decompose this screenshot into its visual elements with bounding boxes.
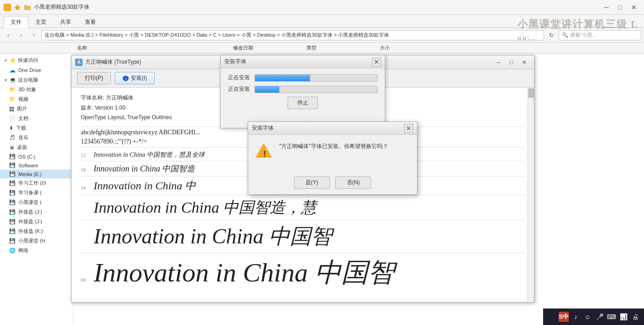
- sidebar-item-xiaohei[interactable]: 💾 小黑课堂 (: [0, 198, 73, 207]
- drive-xhkt-icon: 💾: [9, 238, 16, 244]
- tab-home[interactable]: 主页: [28, 16, 53, 28]
- font-close-button[interactable]: ✕: [518, 57, 530, 67]
- search-box[interactable]: 🔍 搜索"小黑...: [559, 30, 641, 40]
- sidebar-item-ext1[interactable]: 💾 外接盘 (J:): [0, 207, 73, 217]
- progress-bar-1: [255, 74, 378, 82]
- ime-indicator[interactable]: S中: [559, 312, 569, 322]
- install-close-button[interactable]: ✕: [372, 57, 381, 66]
- tab-file[interactable]: 文件: [4, 16, 28, 28]
- progress-bar-2: [255, 86, 378, 93]
- font-name-label: 字体名称:: [81, 94, 104, 101]
- search-placeholder: 搜索"小黑...: [570, 32, 596, 39]
- sidebar-item-desktop[interactable]: 🖥 桌面: [0, 143, 73, 152]
- installing-label2: 正在安装: [228, 85, 250, 93]
- sidebar-item-pictures[interactable]: 🖼 图片: [0, 104, 73, 114]
- this-pc-icon: 💻: [10, 77, 16, 83]
- study-label: 学习工作 (I3: [18, 180, 46, 187]
- sidebar-item-course[interactable]: 💾 学习备课 (: [0, 188, 73, 198]
- no-button[interactable]: 否(N): [335, 176, 372, 189]
- drive-ext2-icon: 💾: [9, 219, 16, 225]
- col-date[interactable]: 修改日期: [229, 44, 303, 51]
- up-button[interactable]: ↑: [28, 30, 39, 41]
- taskbar-emoji-icon[interactable]: ☺: [583, 312, 593, 322]
- folder-pic-icon: 🖼: [9, 106, 14, 112]
- title-bar: 小黑老师精选30款字体 ─ □ ✕: [0, 0, 644, 15]
- quick-access-header[interactable]: ▼ ⭐ 快速访问: [0, 55, 73, 65]
- yes-button[interactable]: 是(Y): [294, 176, 330, 189]
- taskbar-chart-icon[interactable]: 📊: [618, 312, 628, 322]
- extk-label: 外接盘 (K:): [18, 228, 43, 235]
- size-24-label: 24: [81, 185, 94, 190]
- desktop-label: 桌面: [17, 144, 27, 151]
- sidebar-this-pc[interactable]: ▼ 💻 这台电脑: [0, 75, 73, 85]
- sidebar-item-network[interactable]: 🌐 网络: [0, 246, 73, 255]
- tab-view[interactable]: 查看: [78, 16, 103, 28]
- install-body: 正在安装 正在安装 停止: [221, 68, 385, 128]
- sidebar-item-ext2[interactable]: 💾 外接盘 (J:): [0, 217, 73, 226]
- xhkt-label: 小黑课堂 (H: [18, 237, 45, 244]
- col-name[interactable]: 名称: [73, 44, 229, 51]
- sidebar-item-extk[interactable]: 💾 外接盘 (K:): [0, 226, 73, 236]
- maximize-button[interactable]: □: [614, 2, 627, 13]
- tab-share[interactable]: 共享: [53, 16, 78, 28]
- font-app-icon: A: [75, 59, 83, 66]
- col-type[interactable]: 类型: [303, 44, 376, 51]
- size-18-label: 18: [81, 167, 94, 172]
- font-window-title: 方正呐喊体 (TrueType): [85, 58, 141, 66]
- ext2-label: 外接盘 (J:): [18, 218, 42, 225]
- font-maximize-button[interactable]: □: [505, 57, 517, 67]
- install-progress-dialog: 安装字体 ✕ 正在安装 正在安装 停止: [220, 55, 385, 128]
- sidebar-item-onedrive[interactable]: ☁ One Drive: [0, 65, 73, 75]
- shield-icon: ✓: [122, 75, 129, 82]
- ext1-label: 外接盘 (J:): [18, 209, 42, 215]
- taskbar-note-icon[interactable]: ♪: [571, 312, 581, 322]
- replace-message: "方正呐喊体"字体已安装。你希望替换它吗？: [279, 142, 410, 151]
- network-icon: 🌐: [9, 248, 16, 253]
- back-button[interactable]: ‹: [3, 30, 14, 41]
- scrollbar[interactable]: [527, 88, 534, 302]
- warning-icon-container: !: [255, 142, 274, 160]
- print-button[interactable]: 打印(P): [77, 72, 111, 84]
- forward-button[interactable]: ›: [16, 30, 27, 41]
- taskbar-keyboard-icon[interactable]: ⌨: [606, 312, 616, 322]
- sidebar-item-xhkt[interactable]: 💾 小黑课堂 (H: [0, 236, 73, 246]
- sidebar-item-video[interactable]: 📁 视频: [0, 94, 73, 104]
- preview-text-48: Innovation in China 中国智: [94, 222, 332, 251]
- font-minimize-button[interactable]: ─: [493, 57, 505, 67]
- chevron-icon: ▼: [4, 58, 8, 63]
- replace-close-button[interactable]: ✕: [404, 124, 413, 133]
- sidebar-item-osc[interactable]: 💾 OS (C:): [0, 152, 73, 161]
- svg-text:✓: ✓: [125, 77, 127, 80]
- preview-text-36: Innovation in China 中国智造，慧: [94, 197, 316, 218]
- stop-button[interactable]: 停止: [288, 97, 318, 109]
- this-pc-label: 这台电脑: [18, 77, 38, 83]
- sidebar-item-downloads[interactable]: ⬇ 下载: [0, 123, 73, 133]
- ribbon: 文件 主页 共享 查看: [0, 15, 644, 28]
- drive-xh-icon: 💾: [9, 199, 16, 205]
- software-label: Software: [18, 163, 38, 168]
- minimize-button[interactable]: ─: [600, 2, 613, 13]
- sidebar-item-docs[interactable]: 📄 文档: [0, 114, 73, 123]
- taskbar-print-icon[interactable]: 🖨: [630, 312, 640, 322]
- version-label: 版本:: [81, 105, 93, 111]
- sidebar-item-study[interactable]: 💾 学习工作 (I3: [0, 178, 73, 188]
- ribbon-tabs: 文件 主页 共享 查看: [0, 15, 644, 28]
- preview-text-12: Innovation in China 中国智造，慧及全球: [94, 151, 205, 159]
- close-button[interactable]: ✕: [627, 2, 640, 13]
- sidebar-item-music[interactable]: 🎵 音乐: [0, 133, 73, 143]
- address-path[interactable]: 这台电脑 > Media (E:) > FileHistory > 小黑 > D…: [41, 30, 544, 40]
- media-label: Media (E:): [18, 171, 42, 177]
- sidebar-item-media[interactable]: 💾 Media (E:): [0, 170, 73, 178]
- replace-buttons: 是(Y) 否(N): [248, 176, 417, 194]
- install-button[interactable]: ✓ 安装(I): [115, 72, 155, 84]
- sidebar-item-3d[interactable]: 📁 3D 对象: [0, 85, 73, 94]
- install-label: 安装(I): [131, 74, 147, 82]
- refresh-button[interactable]: ↻: [546, 30, 557, 41]
- quick-access-icon: [14, 4, 21, 11]
- drive-ext1-icon: 💾: [9, 209, 16, 215]
- size-12-label: 12: [81, 152, 94, 158]
- taskbar-mic-icon[interactable]: 🎤: [594, 312, 605, 322]
- svg-rect-1: [5, 6, 7, 7]
- sidebar-item-software[interactable]: 💾 Software: [0, 161, 73, 170]
- col-size[interactable]: 大小: [376, 44, 422, 51]
